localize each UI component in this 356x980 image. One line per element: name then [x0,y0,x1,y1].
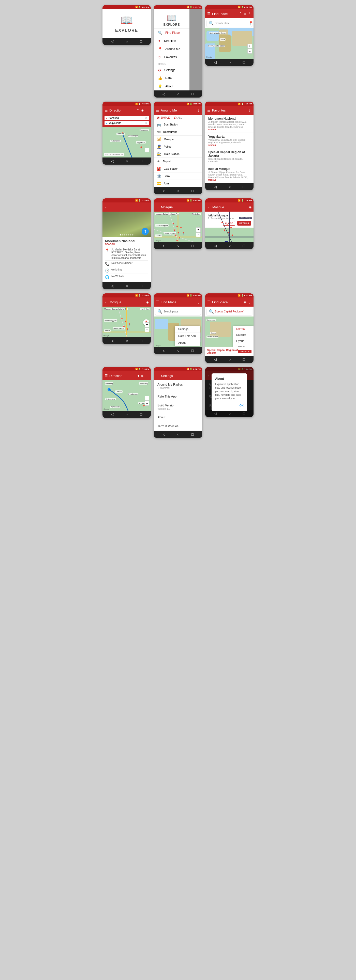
zoom-in-mosque[interactable]: + [196,228,201,232]
overflow-fd[interactable]: ⋮ [196,300,200,304]
home-btn-2[interactable]: ○ [177,92,179,96]
zoom-out-mosque[interactable]: − [196,232,201,237]
clear-from[interactable]: ✕ [145,116,147,119]
overflow-menu-icon[interactable]: ⋮ [248,12,252,16]
home-btn-8[interactable]: ○ [177,243,179,248]
about-ok-button[interactable]: OK [239,404,244,407]
back-btn-5[interactable]: ◁ [163,189,165,193]
fav-item-yogya[interactable]: Yogyakarta Yogyakarta, Yogyakarta City, … [205,133,254,148]
back-btn-10[interactable]: ◁ [111,339,114,343]
recent-button[interactable]: □ [140,39,142,43]
from-input[interactable] [109,116,144,119]
list-item-atm[interactable]: 💳 Atm [154,180,202,187]
drawer-item-favorites[interactable]: ♡ Favorites [154,53,190,61]
back-btn-9[interactable]: ◁ [214,243,217,248]
home-btn-13[interactable]: ○ [126,412,128,416]
search-input[interactable] [215,22,247,25]
settings-about[interactable]: About [154,413,202,422]
back-btn-13[interactable]: ◁ [111,412,114,416]
list-item-gas[interactable]: ⛽ Gas Station [154,165,202,172]
fav-item-istiqlal[interactable]: Istiqlal Mosque Jl. Taman Wijaya Kusuma,… [205,165,254,183]
hamburger-fav[interactable]: ☰ [207,108,211,112]
back-btn-11[interactable]: ◁ [163,348,165,353]
fav-item-jakarta[interactable]: Special Capital Region of Jakarta Specia… [205,148,254,165]
layers-icon[interactable]: ◈ [244,12,246,16]
layers-istiqlal[interactable]: ◈ [249,205,252,209]
drawer-item-find-place[interactable]: 🔍 Find Place [154,29,190,37]
recent-btn-2[interactable]: □ [192,92,193,96]
home-btn-9[interactable]: ○ [228,243,231,248]
back-btn-8[interactable]: ◁ [163,243,165,248]
mt-details-btn[interactable]: DETAILS [238,350,252,353]
recent-btn-10[interactable]: □ [140,339,142,343]
find-place-search-bar[interactable]: 🔍 📍 [207,20,252,27]
home-btn-7[interactable]: ○ [126,284,128,288]
dd-rate[interactable]: Rate This App [175,332,200,339]
back-istiqlal[interactable]: ← [207,205,211,209]
type-hybrid[interactable]: Hybrid [233,338,254,344]
back-btn-3[interactable]: ◁ [214,60,217,64]
home-btn-14[interactable]: ○ [177,432,179,436]
type-satellite[interactable]: Satellite [233,332,254,338]
type-normal[interactable]: Normal [233,326,254,332]
settings-rate[interactable]: Rate This App [154,392,202,401]
zoom-in-dir[interactable]: + [145,148,149,153]
back-btn-4[interactable]: ◁ [111,159,114,163]
home-btn-4[interactable]: ○ [126,159,128,163]
to-input[interactable] [109,122,144,124]
list-item-bank[interactable]: 🏦 Bank [154,172,202,180]
back-settings[interactable]: ← [156,374,160,378]
layers-dm[interactable]: ◈ [141,374,144,378]
back-btn-6[interactable]: ◁ [214,185,217,189]
zoom-out-mosque2[interactable]: − [145,328,149,332]
overflow-icon-dir[interactable]: ⋮ [145,108,149,112]
recent-btn-6[interactable]: □ [243,185,245,189]
drawer-item-around-me[interactable]: 📍 Around Me [154,45,190,53]
type-terrain[interactable]: Terrain [233,344,254,347]
settings-terms[interactable]: Term & Policies [154,422,202,431]
drawer-item-settings[interactable]: ⚙ Settings [154,66,190,74]
home-btn-6[interactable]: ○ [228,185,231,189]
list-item-train[interactable]: 🚉 Train Station [154,150,202,158]
about-dialog-overlay[interactable]: About Explore is application map and loc… [205,367,254,417]
search-input-fd[interactable] [163,310,199,313]
layers-mosque2[interactable]: ◈ [146,300,149,304]
hamburger-fd[interactable]: ☰ [156,300,159,304]
layers-icon-dir[interactable]: ◈ [141,108,144,112]
dd-about[interactable]: About [175,339,200,346]
drawer-item-about[interactable]: 💡 About [154,82,190,91]
home-btn-10[interactable]: ○ [126,339,128,343]
overflow-mt[interactable]: ⋮ [248,300,252,304]
clear-to[interactable]: ✕ [145,122,147,124]
layers-mt[interactable]: ◈ [244,300,246,304]
drawer-item-rate[interactable]: 👍 Rate [154,74,190,82]
zoom-out-btn[interactable]: − [247,49,252,54]
list-item-mosque[interactable]: 🕌 Mosque [154,136,202,143]
tab-all[interactable]: ALL [174,116,182,119]
list-item-police[interactable]: 👮 Police [154,143,202,150]
hamburger-icon-dir[interactable]: ☰ [104,108,108,112]
drawer-item-direction[interactable]: ✈ Direction [154,37,190,45]
back-btn-14[interactable]: ◁ [163,432,165,436]
list-item-airport[interactable]: ✈ Airport [154,158,202,165]
up-icon-dir[interactable]: ⌃ [136,108,139,112]
back-mosque[interactable]: ← [156,205,160,209]
recent-btn-7[interactable]: □ [140,284,142,288]
recent-btn-4[interactable]: □ [140,159,142,163]
recent-btn-14[interactable]: □ [192,432,193,436]
find-dropdown-search[interactable]: 🔍 [155,308,201,315]
back-btn-7[interactable]: ◁ [111,284,114,288]
zoom-out-dm[interactable]: − [145,401,149,406]
recent-btn-3[interactable]: □ [243,60,245,64]
recent-btn-5[interactable]: □ [192,189,193,193]
up-icon[interactable]: ⌃ [239,12,242,16]
overflow-dm[interactable]: ⋮ [145,374,149,378]
settings-radius[interactable]: Around Me Radius 1 Kilometer [154,380,202,392]
recent-btn-12[interactable]: □ [243,357,245,361]
back-btn-12[interactable]: ◁ [214,357,217,361]
fav-item-monumen[interactable]: Monumen Nasional Jl. Medan Merdeka Barat… [205,115,254,133]
recent-btn-8[interactable]: □ [192,243,193,248]
list-item-bus[interactable]: 🚌 Bus Station [154,121,202,128]
hamburger-mt[interactable]: ☰ [207,300,211,304]
dropdown-dm[interactable]: ▾ [137,374,139,378]
